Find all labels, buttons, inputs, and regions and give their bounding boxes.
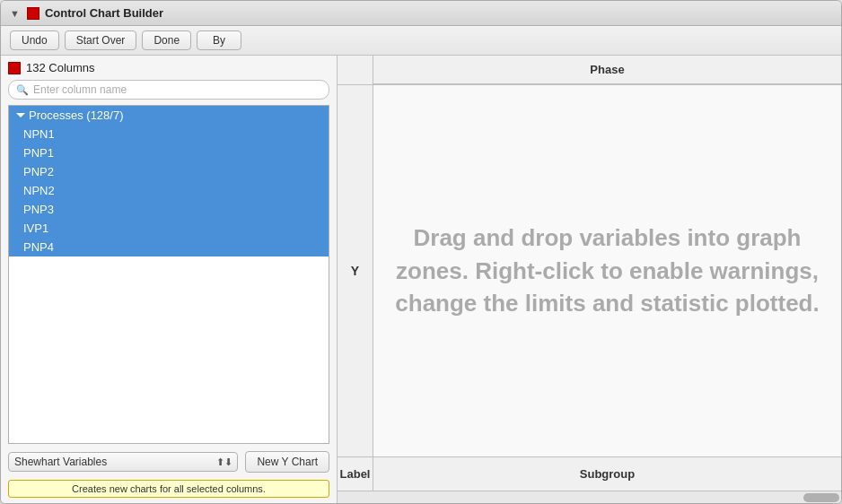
item-label: PNP2 bbox=[23, 165, 54, 178]
window-icon bbox=[27, 7, 39, 20]
list-item[interactable]: IVP1 bbox=[9, 219, 329, 238]
scrollbar-thumb[interactable] bbox=[803, 493, 839, 502]
bottom-controls: Shewhart Variables ⬆⬇ New Y Chart bbox=[1, 444, 337, 480]
window-title: Control Chart Builder bbox=[45, 6, 832, 20]
left-panel: 132 Columns 🔍 Processes (128/7) NPN1 bbox=[1, 56, 338, 503]
search-input[interactable] bbox=[33, 83, 321, 96]
list-item[interactable]: PNP1 bbox=[9, 143, 329, 162]
title-bar: ▼ Control Chart Builder bbox=[1, 1, 841, 26]
drop-zone[interactable]: Drag and drop variables into graph zones… bbox=[373, 85, 841, 456]
list-item[interactable]: PNP2 bbox=[9, 162, 329, 181]
list-item[interactable]: NPN1 bbox=[9, 125, 329, 143]
column-tree-list[interactable]: Processes (128/7) NPN1 PNP1 PNP2 NP bbox=[8, 105, 329, 444]
done-button[interactable]: Done bbox=[142, 30, 191, 50]
group-label: Processes (128/7) bbox=[29, 109, 124, 122]
toolbar: Undo Start Over Done By bbox=[1, 26, 841, 56]
subgroup-cell: Subgroup bbox=[373, 457, 841, 491]
search-icon: 🔍 bbox=[16, 84, 29, 96]
undo-button[interactable]: Undo bbox=[10, 30, 59, 50]
phase-label: Phase bbox=[373, 56, 841, 84]
main-content: 132 Columns 🔍 Processes (128/7) NPN1 bbox=[1, 56, 841, 503]
phase-header-row: Phase bbox=[338, 56, 841, 85]
list-item[interactable]: PNP3 bbox=[9, 200, 329, 219]
item-label: PNP4 bbox=[23, 240, 54, 254]
drop-zone-text: Drag and drop variables into graph zones… bbox=[391, 222, 823, 319]
item-label: NPN2 bbox=[23, 184, 55, 197]
scrollbar-area[interactable] bbox=[338, 491, 841, 503]
label-cell: Label bbox=[338, 457, 373, 491]
item-label: PNP3 bbox=[23, 203, 54, 216]
list-item[interactable]: NPN2 bbox=[9, 181, 329, 200]
start-over-button[interactable]: Start Over bbox=[65, 30, 137, 50]
tooltip-text: Creates new charts for all selected colu… bbox=[8, 480, 329, 498]
item-label: IVP1 bbox=[23, 222, 48, 235]
columns-header: 132 Columns bbox=[1, 56, 337, 80]
columns-count: 132 Columns bbox=[26, 61, 95, 74]
chart-type-select[interactable]: Shewhart Variables bbox=[8, 452, 238, 472]
phase-corner bbox=[338, 56, 373, 84]
by-button[interactable]: By bbox=[197, 30, 241, 50]
window-chevron-icon: ▼ bbox=[10, 8, 20, 19]
expand-icon bbox=[16, 113, 25, 117]
search-box: 🔍 bbox=[8, 80, 329, 100]
item-label: PNP1 bbox=[23, 146, 54, 160]
chart-body: Y Drag and drop variables into graph zon… bbox=[338, 85, 841, 456]
item-label: NPN1 bbox=[23, 127, 55, 141]
chart-footer: Label Subgroup bbox=[338, 456, 841, 491]
columns-icon bbox=[8, 62, 21, 74]
y-axis-label: Y bbox=[338, 85, 373, 456]
new-chart-button[interactable]: New Y Chart bbox=[245, 451, 329, 473]
group-header-processes[interactable]: Processes (128/7) bbox=[9, 106, 329, 125]
chart-type-wrapper: Shewhart Variables ⬆⬇ bbox=[8, 452, 238, 472]
main-window: ▼ Control Chart Builder Undo Start Over … bbox=[0, 0, 842, 504]
list-item[interactable]: PNP4 bbox=[9, 238, 329, 256]
right-panel: Phase Y Drag and drop variables into gra… bbox=[338, 56, 841, 503]
